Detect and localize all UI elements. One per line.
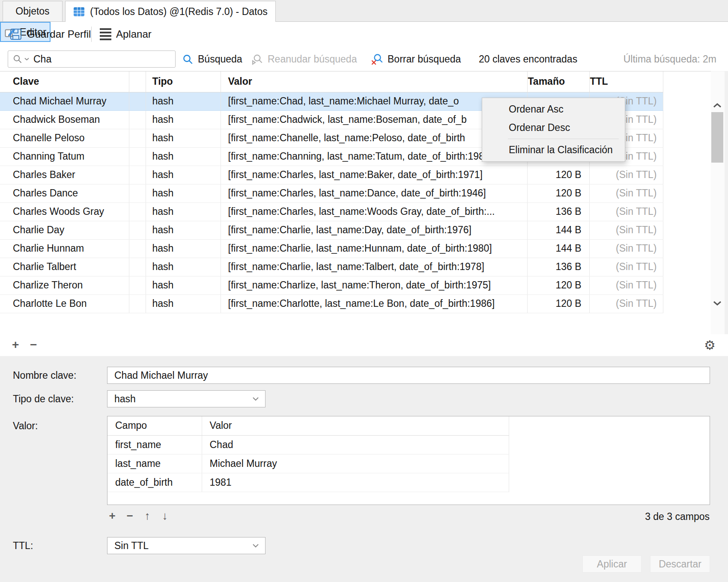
context-menu-separator xyxy=(508,139,619,139)
chevron-down-icon xyxy=(24,57,29,61)
table-row[interactable]: Charles Baker hash [first_name:Charles, … xyxy=(0,166,663,184)
flatten-icon xyxy=(100,28,111,40)
table-row[interactable]: Charlie Day hash [first_name:Charlie, la… xyxy=(0,221,663,239)
vertical-scrollbar[interactable] xyxy=(711,71,725,334)
column-header-ttl[interactable]: TTL xyxy=(589,71,663,92)
key-name-input[interactable]: Chad Michael Murray xyxy=(107,367,710,384)
gear-icon[interactable]: ⚙ xyxy=(704,337,716,354)
column-header-clave[interactable]: Clave xyxy=(0,71,129,92)
value-table-header: Campo Valor xyxy=(107,416,509,435)
results-count: 20 claves encontradas xyxy=(479,50,577,68)
clear-search-button[interactable]: Borrar búsqueda xyxy=(371,50,461,68)
ttl-label: TTL: xyxy=(13,537,33,554)
search-query-text: Cha xyxy=(33,53,51,65)
value-editor: Campo Valor first_name Chad last_name Mi… xyxy=(107,416,710,505)
clear-search-icon xyxy=(371,53,383,65)
toolbar-separator xyxy=(91,27,92,42)
table-grid-icon xyxy=(73,6,85,17)
add-key-icon[interactable]: + xyxy=(12,336,19,354)
redis-data-window: Objetos (Todos los Datos) @1(Redis 7.0) … xyxy=(0,0,728,582)
discard-button[interactable]: Descartar xyxy=(650,555,710,573)
save-profile-button[interactable]: Guardar Perfil xyxy=(9,24,91,44)
value-field-row[interactable]: last_name Michael Murray xyxy=(107,454,509,473)
last-search-time: Última búsqueda: 2m xyxy=(624,50,716,68)
save-icon xyxy=(9,28,22,41)
editor-panel: Nombre clave: Chad Michael Murray Tipo d… xyxy=(0,356,728,582)
key-name-value: Chad Michael Murray xyxy=(114,370,208,381)
table-row[interactable]: Charlotte Le Bon hash [first_name:Charlo… xyxy=(0,294,663,313)
ttl-select[interactable]: Sin TTL xyxy=(107,537,266,554)
scroll-up-icon[interactable] xyxy=(712,101,723,110)
sort-context-menu: Ordenar AscOrdenar DescEliminar la Clasi… xyxy=(482,98,625,162)
column-header-tipo[interactable]: Tipo xyxy=(146,71,221,92)
main-toolbar: Guardar Perfil Aplanar Editor xyxy=(0,22,728,47)
key-type-value: hash xyxy=(114,393,136,405)
context-menu-item[interactable]: Ordenar Asc xyxy=(482,100,625,119)
table-header-row: Clave Tipo Valor Tamaño TTL xyxy=(0,71,663,92)
table-row[interactable]: Charlize Theron hash [first_name:Charliz… xyxy=(0,276,663,294)
table-row[interactable]: Charlie Talbert hash [first_name:Charlie… xyxy=(0,258,663,276)
key-name-label: Nombre clave: xyxy=(13,367,76,384)
remove-field-icon[interactable]: − xyxy=(125,509,135,523)
search-button[interactable]: Búsqueda xyxy=(182,50,242,68)
search-row: Cha Búsqueda Reanudar búsqueda xyxy=(0,47,728,71)
field-column-header: Campo xyxy=(107,416,202,435)
tab-strip: Objetos (Todos los Datos) @1(Redis 7.0) … xyxy=(0,0,728,22)
table-row[interactable]: Charles Dance hash [first_name:Charles, … xyxy=(0,184,663,202)
search-icon xyxy=(182,53,194,65)
value-field-row[interactable]: first_name Chad xyxy=(107,435,509,454)
move-up-icon[interactable]: ↑ xyxy=(142,509,152,523)
chevron-down-icon xyxy=(252,397,259,401)
key-type-label: Tipo de clave: xyxy=(13,390,74,407)
value-field-row[interactable]: date_of_birth 1981 xyxy=(107,473,509,492)
table-row[interactable]: Charles Woods Gray hash [first_name:Char… xyxy=(0,202,663,221)
context-menu-item[interactable]: Eliminar la Clasificación xyxy=(482,141,625,159)
ttl-value: Sin TTL xyxy=(114,540,149,552)
column-header-flag[interactable] xyxy=(129,71,146,92)
apply-button[interactable]: Aplicar xyxy=(582,555,641,573)
scroll-down-icon[interactable] xyxy=(712,298,723,308)
table-row[interactable]: Charlie Hunnam hash [first_name:Charlie,… xyxy=(0,239,663,258)
tab-data-label: (Todos los Datos) @1(Redis 7.0) - Datos xyxy=(90,6,268,18)
save-profile-label: Guardar Perfil xyxy=(27,28,91,40)
key-type-select[interactable]: hash xyxy=(107,390,266,407)
search-filter-icon xyxy=(12,54,23,64)
column-header-valor[interactable]: Valor xyxy=(221,71,527,92)
add-field-icon[interactable]: + xyxy=(107,509,117,523)
context-menu-item[interactable]: Ordenar Desc xyxy=(482,119,625,137)
resume-search-button[interactable]: Reanudar búsqueda xyxy=(251,50,357,68)
flatten-label: Aplanar xyxy=(116,28,152,40)
remove-key-icon[interactable]: − xyxy=(30,336,37,354)
clear-search-label: Borrar búsqueda xyxy=(388,53,461,65)
value-row-toolbar: + − ↑ ↓ xyxy=(107,509,170,523)
scrollbar-thumb[interactable] xyxy=(711,112,723,163)
tab-objetos[interactable]: Objetos xyxy=(3,1,63,21)
value-label: Valor: xyxy=(13,417,38,434)
chevron-down-icon xyxy=(252,543,259,548)
fields-count: 3 de 3 campos xyxy=(645,511,710,523)
value-column-header: Valor xyxy=(202,416,509,435)
resume-search-label: Reanudar búsqueda xyxy=(268,53,357,65)
flatten-button[interactable]: Aplanar xyxy=(100,24,152,44)
tab-objetos-label: Objetos xyxy=(15,6,49,17)
grid-footer-toolbar: + − ⚙ xyxy=(0,334,728,356)
search-input[interactable]: Cha xyxy=(8,50,176,68)
search-button-label: Búsqueda xyxy=(198,53,242,65)
resume-search-icon xyxy=(251,53,263,65)
column-header-tamano[interactable]: Tamaño xyxy=(527,71,589,92)
tab-data-active[interactable]: (Todos los Datos) @1(Redis 7.0) - Datos xyxy=(65,1,276,22)
move-down-icon[interactable]: ↓ xyxy=(160,509,170,523)
